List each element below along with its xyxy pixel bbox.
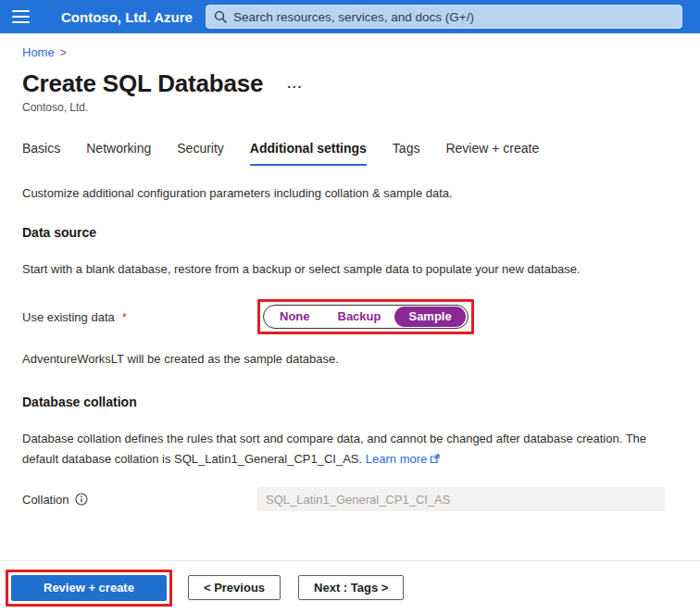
wizard-tabs: Basics Networking Security Additional se… xyxy=(22,141,676,166)
breadcrumb-home-link[interactable]: Home xyxy=(22,45,55,59)
toggle-option-backup[interactable]: Backup xyxy=(324,307,395,327)
database-collation-heading: Database collation xyxy=(22,395,676,409)
page-title: Create SQL Database xyxy=(22,69,263,98)
breadcrumb-chevron-icon: > xyxy=(60,46,67,59)
collation-input[interactable] xyxy=(257,487,665,511)
hamburger-menu-icon[interactable] xyxy=(0,0,41,33)
global-search-box[interactable] xyxy=(206,5,682,29)
collation-label: Collation xyxy=(22,493,257,507)
breadcrumb: Home > xyxy=(22,45,676,59)
red-highlight-box-review-create: Review + create xyxy=(6,570,172,607)
global-search-input[interactable] xyxy=(233,10,674,24)
tab-basics[interactable]: Basics xyxy=(22,141,60,166)
search-icon xyxy=(214,10,227,23)
toggle-option-sample[interactable]: Sample xyxy=(394,307,465,327)
tab-intro-text: Customize additional configuration param… xyxy=(22,186,676,200)
previous-button[interactable]: < Previous xyxy=(188,575,281,600)
data-source-description: Start with a blank database, restore fro… xyxy=(22,259,676,279)
review-create-button[interactable]: Review + create xyxy=(11,575,167,601)
use-existing-data-row: Use existing data* None Backup Sample xyxy=(22,299,676,334)
collation-description: Database collation defines the rules tha… xyxy=(22,429,676,469)
portal-brand-title: Contoso, Ltd. Azure xyxy=(61,9,193,25)
red-highlight-box-toggle: None Backup Sample xyxy=(257,299,474,334)
tab-additional-settings[interactable]: Additional settings xyxy=(250,141,367,166)
data-source-heading: Data source xyxy=(22,225,676,240)
next-tags-button[interactable]: Next : Tags > xyxy=(298,575,404,600)
more-options-ellipsis-icon[interactable]: ··· xyxy=(287,80,303,94)
use-existing-data-toggle: None Backup Sample xyxy=(263,305,469,329)
use-existing-data-label: Use existing data* xyxy=(22,310,257,324)
required-asterisk: * xyxy=(122,310,127,324)
azure-top-bar: Contoso, Ltd. Azure xyxy=(0,0,700,33)
tab-review-create[interactable]: Review + create xyxy=(445,141,539,166)
wizard-footer: Review + create < Previous Next : Tags > xyxy=(0,560,700,614)
sample-database-note: AdventureWorksLT will be created as the … xyxy=(22,352,676,366)
tab-tags[interactable]: Tags xyxy=(393,141,420,166)
tab-security[interactable]: Security xyxy=(177,141,224,166)
external-link-icon xyxy=(430,454,440,464)
create-sql-database-page: Home > Create SQL Database ··· Contoso, … xyxy=(0,45,700,511)
collation-row: Collation xyxy=(22,487,676,511)
page-subtitle: Contoso, Ltd. xyxy=(22,101,676,114)
tab-networking[interactable]: Networking xyxy=(86,141,151,166)
info-icon[interactable] xyxy=(75,493,88,506)
learn-more-link[interactable]: Learn more xyxy=(366,452,440,466)
toggle-option-none[interactable]: None xyxy=(266,307,324,327)
